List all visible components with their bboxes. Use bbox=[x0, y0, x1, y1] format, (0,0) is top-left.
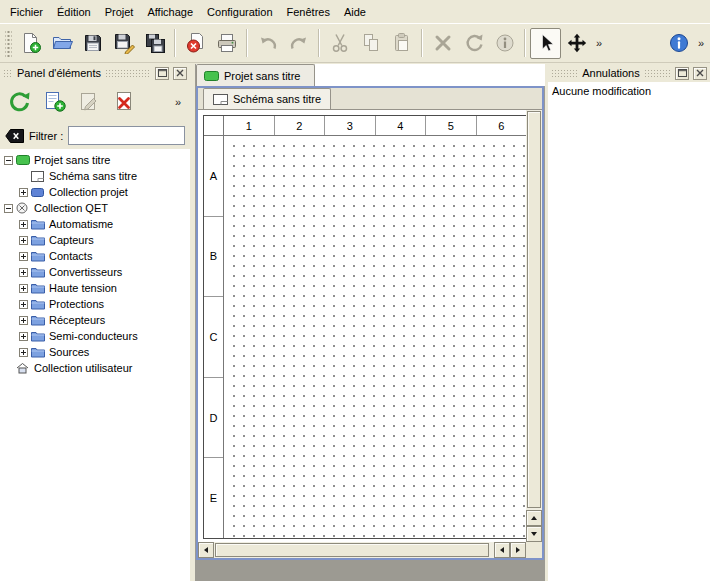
delete-element-icon bbox=[113, 90, 137, 114]
expand-icon[interactable] bbox=[19, 348, 28, 357]
menu-item-edition[interactable]: Édition bbox=[50, 0, 98, 23]
menu-item-fenetres[interactable]: Fenêtres bbox=[280, 0, 337, 23]
expand-icon[interactable] bbox=[19, 252, 28, 261]
dock-handle[interactable] bbox=[644, 69, 671, 77]
save-button[interactable] bbox=[77, 28, 108, 59]
tree-item-contacts[interactable]: Contacts bbox=[0, 248, 190, 264]
horizontal-scrollbar-track[interactable] bbox=[214, 542, 494, 558]
tree-item-capteurs[interactable]: Capteurs bbox=[0, 232, 190, 248]
new-element-icon bbox=[43, 90, 67, 114]
filter-clear-button[interactable] bbox=[5, 129, 24, 143]
dock-handle[interactable] bbox=[551, 69, 578, 77]
schema-tab-bar: Schéma sans titre bbox=[198, 88, 542, 110]
close-document-button[interactable] bbox=[180, 28, 211, 59]
new-element-button[interactable] bbox=[40, 87, 70, 117]
dock-handle[interactable] bbox=[3, 69, 13, 77]
tree-item-schema-sans-titre[interactable]: Schéma sans titre bbox=[0, 168, 190, 184]
redo-button[interactable] bbox=[283, 28, 314, 59]
save-as-button[interactable] bbox=[108, 28, 139, 59]
element-tree[interactable]: Projet sans titreSchéma sans titreCollec… bbox=[0, 149, 190, 581]
tree-item-collection-qet[interactable]: Collection QET bbox=[0, 200, 190, 216]
arrow-left-icon bbox=[500, 547, 504, 553]
toolbar-extension-button[interactable]: » bbox=[171, 87, 185, 118]
tree-item-label: Semi-conducteurs bbox=[48, 330, 138, 342]
folder-icon bbox=[31, 282, 48, 294]
scroll-left-button[interactable] bbox=[494, 542, 510, 558]
pan-mode-button[interactable] bbox=[561, 28, 592, 59]
toolbar-separator bbox=[246, 29, 248, 57]
expander-spacer bbox=[19, 172, 28, 181]
copy-button[interactable] bbox=[355, 28, 386, 59]
open-document-button[interactable] bbox=[46, 28, 77, 59]
schema-tab-label: Schéma sans titre bbox=[233, 93, 321, 105]
edit-element-button[interactable] bbox=[75, 87, 105, 117]
expand-icon[interactable] bbox=[19, 300, 28, 309]
horizontal-scrollbar[interactable] bbox=[198, 542, 526, 558]
tree-item-convertisseurs[interactable]: Convertisseurs bbox=[0, 264, 190, 280]
scrollbar-corner bbox=[526, 542, 542, 558]
menu-item-configuration[interactable]: Configuration bbox=[200, 0, 279, 23]
tree-item-haute-tension[interactable]: Haute tension bbox=[0, 280, 190, 296]
expand-icon[interactable] bbox=[19, 284, 28, 293]
tab-schema[interactable]: Schéma sans titre bbox=[203, 88, 331, 109]
float-panel-button[interactable] bbox=[155, 67, 169, 80]
tree-item-collection-projet[interactable]: Collection projet bbox=[0, 184, 190, 200]
tree-item-label: Protections bbox=[48, 298, 104, 310]
cut-button[interactable] bbox=[324, 28, 355, 59]
elements-panel-dock: Panel d'éléments bbox=[0, 64, 190, 581]
vertical-scrollbar[interactable] bbox=[526, 110, 542, 542]
save-all-button[interactable] bbox=[139, 28, 170, 59]
menu-item-fichier[interactable]: Fichier bbox=[3, 0, 50, 23]
tree-item-sources[interactable]: Sources bbox=[0, 344, 190, 360]
expand-icon[interactable] bbox=[19, 268, 28, 277]
tree-item-protections[interactable]: Protections bbox=[0, 296, 190, 312]
scroll-down-button[interactable] bbox=[526, 526, 542, 542]
diagram-view[interactable]: 123456 ABCDE bbox=[198, 110, 542, 558]
print-button[interactable] bbox=[211, 28, 242, 59]
delete-element-button[interactable] bbox=[110, 87, 140, 117]
tree-item-projet-sans-titre[interactable]: Projet sans titre bbox=[0, 152, 190, 168]
tree-item-label: Contacts bbox=[48, 250, 92, 262]
menu-item-aide[interactable]: Aide bbox=[337, 0, 373, 23]
collapse-icon[interactable] bbox=[4, 156, 13, 165]
vertical-scrollbar-thumb[interactable] bbox=[527, 111, 541, 508]
rotate-selection-button[interactable] bbox=[458, 28, 489, 59]
collection-icon bbox=[31, 188, 48, 197]
expand-icon[interactable] bbox=[19, 188, 28, 197]
expand-icon[interactable] bbox=[19, 220, 28, 229]
scroll-right-button[interactable] bbox=[510, 542, 526, 558]
expand-icon[interactable] bbox=[19, 332, 28, 341]
menu-item-affichage[interactable]: Affichage bbox=[140, 0, 200, 23]
about-button[interactable] bbox=[663, 28, 694, 59]
open-folder-icon bbox=[51, 32, 73, 54]
reload-collections-button[interactable] bbox=[5, 87, 35, 117]
dock-handle[interactable] bbox=[105, 69, 151, 77]
tree-item-semi-conducteurs[interactable]: Semi-conducteurs bbox=[0, 328, 190, 344]
collapse-icon[interactable] bbox=[4, 204, 13, 213]
scroll-up-button[interactable] bbox=[526, 510, 542, 526]
select-mode-button[interactable] bbox=[530, 28, 561, 59]
float-panel-button[interactable] bbox=[675, 67, 689, 80]
filter-input[interactable] bbox=[68, 126, 185, 145]
close-panel-button[interactable] bbox=[173, 67, 187, 80]
undo-list[interactable]: Aucune modification bbox=[548, 82, 710, 581]
expand-icon[interactable] bbox=[19, 316, 28, 325]
close-panel-button[interactable] bbox=[693, 67, 707, 80]
tree-item-collection-utilisateur[interactable]: Collection utilisateur bbox=[0, 360, 190, 376]
delete-selection-button[interactable] bbox=[427, 28, 458, 59]
paste-button[interactable] bbox=[386, 28, 417, 59]
expand-icon[interactable] bbox=[19, 236, 28, 245]
horizontal-scrollbar-thumb[interactable] bbox=[215, 543, 489, 557]
undo-button[interactable] bbox=[252, 28, 283, 59]
toolbar-extension-button[interactable]: » bbox=[592, 28, 606, 59]
selection-info-button[interactable] bbox=[489, 28, 520, 59]
new-document-button[interactable] bbox=[15, 28, 46, 59]
menu-item-projet[interactable]: Projet bbox=[98, 0, 141, 23]
toolbar-extension-button[interactable]: » bbox=[694, 28, 708, 59]
grid-area[interactable] bbox=[225, 137, 526, 538]
tree-item-recepteurs[interactable]: Récepteurs bbox=[0, 312, 190, 328]
toolbar-grip[interactable] bbox=[5, 29, 12, 57]
tree-item-automatisme[interactable]: Automatisme bbox=[0, 216, 190, 232]
scroll-left-button[interactable] bbox=[198, 542, 214, 558]
tab-project[interactable]: Projet sans titre bbox=[196, 64, 315, 86]
